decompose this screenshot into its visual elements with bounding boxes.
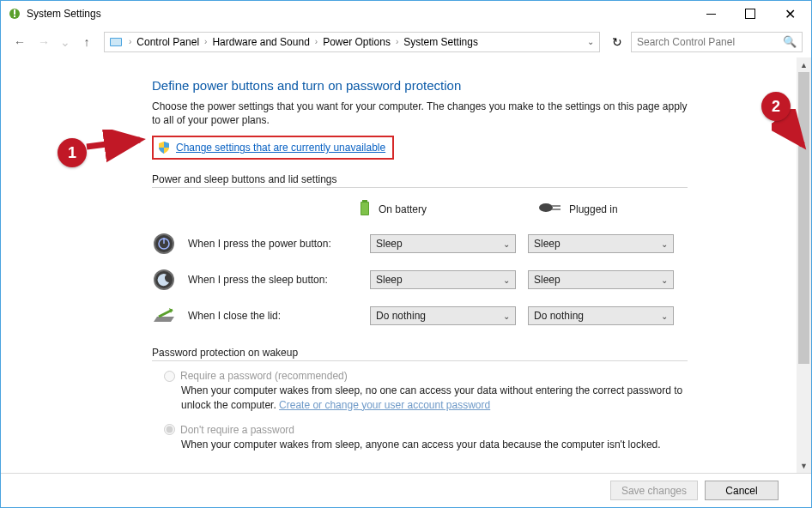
minimize-button[interactable] — [691, 1, 730, 27]
breadcrumb[interactable]: › Control Panel › Hardware and Sound › P… — [104, 32, 600, 52]
svg-line-17 — [87, 140, 140, 147]
sleep-button-battery-combo[interactable]: Sleep⌄ — [370, 270, 516, 289]
scroll-down-button[interactable]: ▼ — [797, 458, 811, 473]
svg-rect-9 — [552, 205, 561, 207]
maximize-button[interactable] — [730, 1, 770, 27]
app-icon — [8, 7, 21, 21]
chevron-down-icon: ⌄ — [503, 311, 510, 321]
breadcrumb-item[interactable]: Control Panel — [136, 36, 199, 48]
power-button-battery-combo[interactable]: Sleep⌄ — [370, 234, 516, 253]
dont-require-password-label: Don't require a password — [180, 424, 294, 436]
chevron-down-icon: ⌄ — [503, 239, 510, 249]
require-password-radio — [164, 371, 175, 382]
svg-rect-2 — [14, 15, 15, 17]
section-password-title: Password protection on wakeup — [152, 347, 688, 361]
lid-battery-combo[interactable]: Do nothing⌄ — [370, 306, 516, 325]
footer-bar: Save changes Cancel — [1, 473, 811, 507]
breadcrumb-item[interactable]: Power Options — [323, 36, 391, 48]
col-plugged-label: Plugged in — [569, 203, 618, 215]
row-label: When I press the power button: — [188, 238, 358, 250]
require-password-option: Require a password (recommended) When yo… — [152, 370, 688, 411]
row-label: When I close the lid: — [188, 310, 358, 322]
address-bar: ← → ⌄ ↑ › Control Panel › Hardware and S… — [1, 27, 811, 57]
dont-require-password-radio — [164, 424, 175, 435]
annotation-arrow-1 — [83, 130, 152, 164]
breadcrumb-item[interactable]: System Settings — [403, 36, 478, 48]
svg-point-8 — [539, 203, 553, 212]
plug-icon — [538, 201, 562, 217]
col-plugged-header: Plugged in — [538, 198, 684, 220]
change-settings-link[interactable]: Change settings that are currently unava… — [176, 142, 385, 154]
require-password-label: Require a password (recommended) — [180, 370, 348, 382]
chevron-down-icon: ⌄ — [661, 275, 668, 285]
setting-row-lid: When I close the lid: Do nothing⌄ Do not… — [152, 304, 688, 328]
sleep-icon — [152, 268, 176, 292]
lid-icon — [152, 304, 176, 328]
breadcrumb-sep-icon: › — [201, 37, 210, 46]
svg-rect-1 — [14, 9, 15, 15]
forward-button: → — [33, 32, 54, 52]
row-label: When I press the sleep button: — [188, 274, 358, 286]
back-button[interactable]: ← — [9, 32, 30, 52]
power-icon — [152, 232, 176, 256]
breadcrumb-dropdown-icon[interactable]: ⌄ — [587, 37, 594, 46]
search-input[interactable]: Search Control Panel 🔍 — [631, 32, 803, 52]
page-description: Choose the power settings that you want … — [152, 100, 688, 127]
close-button[interactable]: ✕ — [770, 1, 809, 27]
refresh-button[interactable]: ↻ — [607, 32, 627, 52]
page-content: Define power buttons and turn on passwor… — [1, 57, 739, 460]
svg-rect-10 — [552, 209, 561, 210]
section-buttons-title: Power and sleep buttons and lid settings — [152, 173, 688, 188]
power-button-plugged-combo[interactable]: Sleep⌄ — [528, 234, 674, 253]
annotation-marker-2: 2 — [761, 92, 791, 121]
control-panel-icon — [108, 34, 124, 50]
lid-plugged-combo[interactable]: Do nothing⌄ — [528, 306, 674, 325]
scroll-up-button[interactable]: ▲ — [797, 57, 811, 72]
recent-dropdown[interactable]: ⌄ — [58, 32, 73, 52]
setting-row-sleep-button: When I press the sleep button: Sleep⌄ Sl… — [152, 268, 688, 292]
require-password-desc: When your computer wakes from sleep, no … — [181, 384, 688, 411]
svg-rect-7 — [361, 203, 368, 215]
setting-row-power-button: When I press the power button: Sleep⌄ Sl… — [152, 232, 688, 256]
dont-require-password-option: Don't require a password When your compu… — [152, 424, 688, 451]
search-icon: 🔍 — [783, 35, 797, 48]
shield-icon — [157, 141, 171, 154]
svg-rect-4 — [111, 39, 121, 45]
create-password-link[interactable]: Create or change your user account passw… — [279, 399, 490, 411]
up-button[interactable]: ↑ — [76, 32, 97, 52]
breadcrumb-sep-icon: › — [312, 37, 321, 46]
cancel-button[interactable]: Cancel — [705, 481, 779, 500]
svg-rect-5 — [362, 200, 367, 202]
page-heading: Define power buttons and turn on passwor… — [152, 78, 688, 93]
chevron-down-icon: ⌄ — [503, 275, 510, 285]
dont-require-password-desc: When your computer wakes from sleep, any… — [181, 438, 688, 451]
battery-icon — [358, 198, 372, 220]
window-title: System Settings — [27, 8, 691, 20]
highlight-box: Change settings that are currently unava… — [152, 136, 394, 160]
save-button: Save changes — [610, 481, 698, 500]
chevron-down-icon: ⌄ — [661, 311, 668, 321]
breadcrumb-sep-icon: › — [125, 37, 135, 46]
col-battery-header: On battery — [358, 198, 504, 220]
col-battery-label: On battery — [379, 203, 427, 215]
title-bar: System Settings ✕ — [1, 1, 811, 27]
search-placeholder: Search Control Panel — [637, 36, 783, 48]
breadcrumb-sep-icon: › — [392, 37, 402, 46]
chevron-down-icon: ⌄ — [661, 239, 668, 249]
breadcrumb-item[interactable]: Hardware and Sound — [212, 36, 309, 48]
annotation-marker-1: 1 — [58, 138, 87, 167]
sleep-button-plugged-combo[interactable]: Sleep⌄ — [528, 270, 674, 289]
